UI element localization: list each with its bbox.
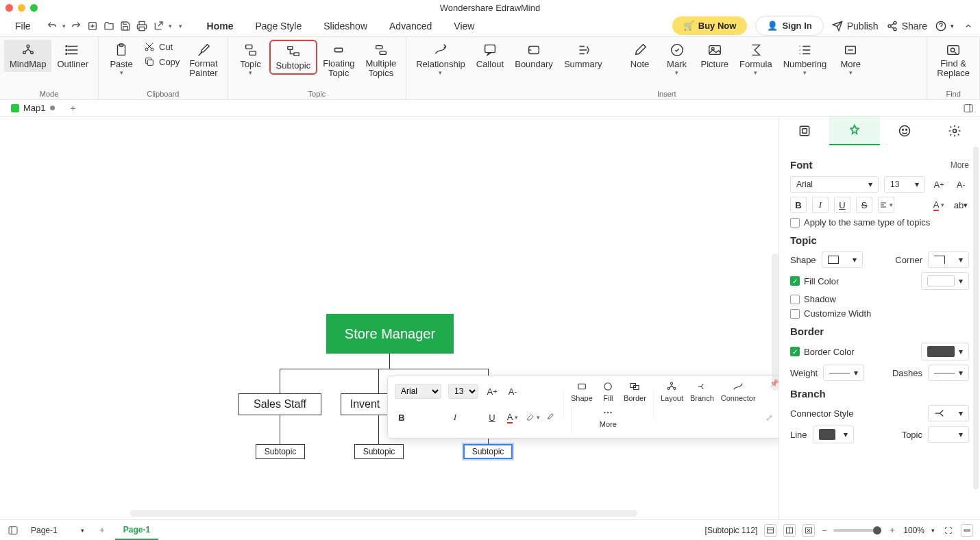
- float-font-color-button[interactable]: A: [506, 410, 519, 424]
- page-tab-1[interactable]: Page-1: [115, 521, 158, 540]
- tab-page-style[interactable]: Page Style: [244, 15, 313, 37]
- fill-color-checkbox[interactable]: ✓Fill Color: [790, 276, 839, 286]
- float-bold-button[interactable]: B: [395, 410, 408, 424]
- save-button[interactable]: [119, 20, 132, 32]
- branch-topic-select[interactable]: ▾: [928, 426, 969, 443]
- boundary-button[interactable]: Boundary: [509, 40, 559, 72]
- node-child2[interactable]: Invent: [341, 393, 389, 415]
- node-root[interactable]: Store Manager: [326, 314, 454, 354]
- undo-dropdown[interactable]: ▾: [62, 23, 66, 29]
- formula-button[interactable]: Formula▾: [734, 40, 778, 79]
- strike-button[interactable]: S: [856, 197, 872, 213]
- share-button[interactable]: Share: [887, 21, 927, 32]
- more-button[interactable]: More▾: [832, 40, 869, 79]
- mark-button[interactable]: Mark▾: [659, 40, 696, 79]
- canvas[interactable]: Store Manager Sales Staff Invent Subtopi…: [0, 116, 779, 519]
- panel-scrollbar[interactable]: [973, 147, 979, 489]
- mindmap-button[interactable]: MindMap: [4, 40, 51, 72]
- sign-in-button[interactable]: 👤 Sign In: [755, 16, 823, 36]
- float-clear-format-button[interactable]: [543, 410, 556, 424]
- format-painter-button[interactable]: Format Painter: [184, 40, 223, 82]
- dashes-select[interactable]: ▾: [928, 365, 969, 381]
- print-button[interactable]: [136, 20, 148, 32]
- float-shape-button[interactable]: Shape: [571, 380, 593, 402]
- float-border-button[interactable]: Border: [624, 380, 646, 402]
- float-layout-button[interactable]: Layout: [661, 380, 683, 402]
- float-font-select[interactable]: Arial: [395, 384, 441, 399]
- text-case-button[interactable]: ab▾: [953, 197, 969, 213]
- buy-now-button[interactable]: 🛒 Buy Now: [672, 16, 748, 35]
- topic-button[interactable]: Topic ▾: [232, 40, 269, 79]
- collapse-panel-button[interactable]: [961, 524, 973, 537]
- note-button[interactable]: Note: [622, 40, 659, 72]
- tab-slideshow[interactable]: Slideshow: [313, 15, 378, 37]
- tab-view[interactable]: View: [443, 15, 485, 37]
- panel-tab-settings[interactable]: [930, 116, 980, 145]
- relationship-button[interactable]: Relationship▾: [411, 40, 471, 79]
- float-increase-font[interactable]: A+: [485, 384, 499, 398]
- new-button[interactable]: [86, 20, 99, 32]
- node-sub1[interactable]: Subtopic: [256, 444, 305, 459]
- callout-button[interactable]: Callout: [471, 40, 509, 72]
- apply-same-checkbox[interactable]: Apply to the same type of topics: [790, 217, 930, 228]
- node-child1[interactable]: Sales Staff: [238, 393, 321, 415]
- subtopic-button[interactable]: Subtopic: [269, 40, 318, 75]
- font-more-link[interactable]: More: [951, 160, 969, 170]
- add-page-button[interactable]: ＋: [96, 524, 108, 537]
- panel-tab-page[interactable]: [779, 116, 829, 145]
- fill-color-select[interactable]: ▾: [921, 272, 969, 290]
- vertical-scrollbar[interactable]: [772, 254, 779, 391]
- customize-width-checkbox[interactable]: Customize Width: [790, 308, 871, 319]
- italic-button[interactable]: I: [812, 197, 829, 213]
- summary-button[interactable]: Summary: [559, 40, 608, 72]
- float-connector-button[interactable]: Connector: [721, 380, 756, 402]
- panel-tab-icon[interactable]: [880, 116, 930, 145]
- view-fit-button[interactable]: [803, 524, 815, 537]
- add-tab-button[interactable]: ＋: [67, 102, 79, 114]
- border-color-checkbox[interactable]: ✓Border Color: [790, 347, 855, 357]
- tab-home[interactable]: Home: [196, 15, 245, 37]
- line-color-select[interactable]: ▾: [813, 426, 854, 443]
- float-more-button[interactable]: More: [600, 406, 617, 428]
- zoom-in-button[interactable]: ＋: [888, 524, 896, 536]
- find-replace-button[interactable]: Find & Replace: [931, 40, 975, 82]
- outline-panel-button[interactable]: [7, 524, 19, 537]
- connector-style-select[interactable]: ▾: [928, 405, 969, 421]
- export-button[interactable]: [152, 20, 164, 32]
- node-sub2[interactable]: Subtopic: [354, 444, 404, 459]
- open-button[interactable]: [103, 20, 115, 32]
- picture-button[interactable]: Picture: [696, 40, 734, 72]
- font-increase-button[interactable]: A+: [931, 176, 947, 193]
- zoom-out-button[interactable]: −: [822, 526, 826, 535]
- shape-select[interactable]: ▾: [822, 251, 863, 268]
- shadow-checkbox[interactable]: Shadow: [790, 294, 836, 304]
- font-color-button[interactable]: A: [931, 197, 947, 213]
- numbering-button[interactable]: Numbering▾: [778, 40, 833, 79]
- zoom-slider[interactable]: [833, 529, 881, 532]
- bold-button[interactable]: B: [790, 197, 807, 213]
- corner-select[interactable]: ▾: [928, 251, 969, 268]
- multiple-topics-button[interactable]: Multiple Topics: [360, 40, 402, 82]
- outliner-button[interactable]: Outliner: [51, 40, 94, 72]
- menu-file[interactable]: File: [5, 21, 40, 32]
- floating-topic-button[interactable]: Floating Topic: [317, 40, 360, 82]
- doc-tab-map1[interactable]: Map1: [4, 103, 62, 113]
- panel-toggle-button[interactable]: [962, 102, 975, 114]
- tab-advanced[interactable]: Advanced: [378, 15, 443, 37]
- paste-button[interactable]: Paste ▾: [103, 40, 140, 79]
- weight-select[interactable]: ▾: [823, 365, 864, 381]
- collapse-ribbon-button[interactable]: [962, 20, 975, 32]
- publish-button[interactable]: Publish: [832, 21, 879, 32]
- float-italic-button[interactable]: I: [448, 410, 462, 424]
- float-highlight-button[interactable]: [526, 410, 540, 424]
- float-decrease-font[interactable]: A-: [506, 384, 519, 398]
- page-select[interactable]: Page-1▾: [26, 524, 89, 537]
- float-underline-button[interactable]: U: [485, 410, 499, 424]
- fullscreen-button[interactable]: ⛶: [942, 524, 954, 537]
- redo-button[interactable]: [70, 20, 82, 32]
- view-outline-button[interactable]: [764, 524, 776, 537]
- float-branch-button[interactable]: Branch: [690, 380, 714, 402]
- help-button[interactable]: ▾: [935, 21, 954, 32]
- float-fill-button[interactable]: Fill: [600, 380, 617, 402]
- font-family-select[interactable]: Arial▾: [790, 176, 879, 193]
